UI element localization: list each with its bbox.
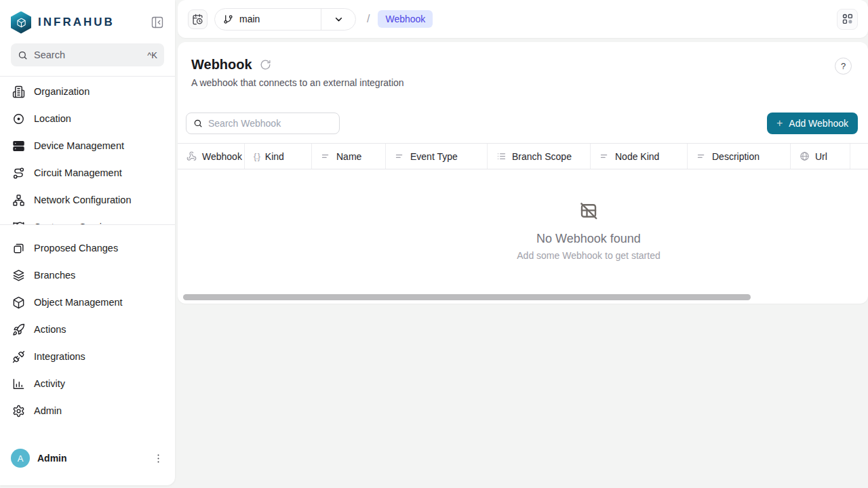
- sidebar-item-admin[interactable]: Admin: [0, 397, 175, 424]
- column-label: Description: [712, 151, 760, 162]
- branch-selector[interactable]: main: [214, 8, 356, 30]
- gear-icon: [12, 405, 25, 418]
- empty-state-title: No Webhook found: [480, 232, 697, 246]
- braces-icon: {.}: [254, 152, 260, 161]
- time-travel-button[interactable]: [188, 9, 208, 29]
- sidebar-item-integrations[interactable]: Integrations: [0, 343, 175, 370]
- column-header-kind[interactable]: {.} Kind: [245, 144, 312, 169]
- sidebar-nav-group-system: Proposed Changes Branches Object Managem…: [0, 233, 175, 426]
- breadcrumb-current[interactable]: Webhook: [378, 10, 433, 28]
- horizontal-scrollbar-thumb[interactable]: [183, 294, 751, 300]
- sidebar-item-circuit-management[interactable]: Circuit Management: [0, 159, 175, 186]
- text-icon: [599, 151, 610, 161]
- column-label: Branch Scope: [512, 151, 572, 162]
- ellipsis-vertical-icon: [153, 453, 164, 464]
- sidebar-item-device-management[interactable]: Device Management: [0, 132, 175, 159]
- user-name: Admin: [37, 453, 67, 464]
- text-icon: [696, 151, 707, 161]
- add-webhook-button[interactable]: + Add Webhook: [767, 113, 858, 134]
- chart-icon: [12, 378, 25, 390]
- brand-name: INFRAHUB: [38, 16, 115, 29]
- column-header-node-kind[interactable]: Node Kind: [591, 144, 688, 169]
- panel-left-close-icon: [151, 16, 164, 29]
- sidebar-item-label: Organization: [34, 86, 90, 97]
- refresh-button[interactable]: [260, 59, 271, 70]
- sidebar-item-label: Activity: [34, 378, 65, 389]
- webhook-icon: [186, 151, 197, 161]
- column-header-url[interactable]: Url: [791, 144, 850, 169]
- sidebar-item-label: Admin: [34, 405, 62, 416]
- search-icon: [18, 50, 28, 60]
- box-icon: [12, 296, 25, 309]
- column-label: Webhook: [202, 151, 242, 162]
- sidebar-item-label: Actions: [34, 324, 66, 335]
- table-search-input[interactable]: [208, 118, 332, 129]
- building-icon: [12, 85, 25, 98]
- sidebar-search[interactable]: Search ^K: [11, 43, 164, 66]
- schema-visualizer-button[interactable]: [837, 9, 858, 30]
- column-label: Name: [336, 151, 361, 162]
- sidebar-item-proposed-changes[interactable]: Proposed Changes: [0, 235, 175, 262]
- plug-icon: [12, 350, 25, 363]
- network-icon: [12, 194, 25, 207]
- sidebar-item-branches[interactable]: Branches: [0, 262, 175, 289]
- sidebar-item-actions[interactable]: Actions: [0, 316, 175, 343]
- sidebar-item-label: Proposed Changes: [34, 243, 118, 253]
- user-row[interactable]: A Admin: [0, 446, 175, 470]
- list-icon: [496, 151, 507, 161]
- sidebar-nav-group-menus: Organization Location Device Management: [0, 77, 175, 225]
- sidebar-item-location[interactable]: Location: [0, 105, 175, 132]
- workflow-icon: [842, 13, 854, 25]
- plus-icon: +: [776, 117, 783, 129]
- copy-icon: [12, 242, 25, 255]
- sidebar-item-label: Network Configuration: [34, 195, 131, 205]
- calendar-clock-icon: [192, 14, 203, 25]
- text-icon: [395, 151, 405, 161]
- logo-row: INFRAHUB: [0, 0, 175, 34]
- branch-dropdown-toggle[interactable]: [321, 9, 355, 30]
- sidebar-item-activity[interactable]: Activity: [0, 370, 175, 397]
- sidebar-item-label: Location: [34, 113, 71, 124]
- column-label: Node Kind: [615, 151, 659, 162]
- layers-icon: [12, 269, 25, 282]
- sidebar-item-label: Object Management: [34, 297, 123, 308]
- no-data-icon: [578, 201, 599, 221]
- infrahub-logo-icon: [11, 12, 31, 34]
- sidebar-item-customer-service[interactable]: Customer Service: [0, 214, 175, 225]
- help-button[interactable]: ?: [835, 58, 852, 75]
- refresh-icon: [260, 59, 271, 70]
- table-header-row: Webhook {.} Kind Name Event Type Branch …: [178, 143, 868, 169]
- sidebar-item-object-management[interactable]: Object Management: [0, 289, 175, 316]
- page-title: Webhook: [191, 57, 252, 73]
- add-webhook-label: Add Webhook: [789, 118, 848, 129]
- column-header-name[interactable]: Name: [312, 144, 386, 169]
- user-menu-button[interactable]: [153, 453, 164, 464]
- breadcrumb-separator: /: [367, 13, 370, 25]
- search-icon: [193, 119, 203, 128]
- column-label: Event Type: [410, 151, 458, 162]
- sidebar-collapse-button[interactable]: [151, 16, 164, 29]
- handshake-icon: [12, 221, 25, 226]
- content-card: Webhook A webhook that connects to an ex…: [178, 42, 868, 304]
- column-header-description[interactable]: Description: [688, 144, 791, 169]
- topbar: main / Webhook: [178, 0, 868, 38]
- sidebar-item-network-configuration[interactable]: Network Configuration: [0, 186, 175, 214]
- sidebar-item-organization[interactable]: Organization: [0, 78, 175, 105]
- app-root: INFRAHUB Search ^K Organization: [0, 0, 868, 488]
- server-icon: [12, 140, 25, 152]
- empty-state: No Webhook found Add some Webhook to get…: [480, 201, 697, 261]
- globe-icon: [800, 151, 810, 161]
- sidebar-item-label: Device Management: [34, 140, 124, 151]
- column-header-branch-scope[interactable]: Branch Scope: [488, 144, 591, 169]
- page-subtitle: A webhook that connects to an external i…: [191, 77, 404, 88]
- branch-selector-current[interactable]: main: [215, 14, 321, 24]
- sidebar-item-label: Branches: [34, 270, 75, 281]
- column-header-webhook[interactable]: Webhook: [178, 144, 245, 169]
- sidebar-item-label: Customer Service: [34, 222, 112, 225]
- rocket-icon: [12, 323, 25, 336]
- table-search[interactable]: [186, 113, 340, 134]
- avatar[interactable]: A: [11, 449, 30, 468]
- page-header: Webhook A webhook that connects to an ex…: [191, 57, 404, 88]
- git-branch-icon: [223, 14, 233, 24]
- column-header-event-type[interactable]: Event Type: [386, 144, 488, 169]
